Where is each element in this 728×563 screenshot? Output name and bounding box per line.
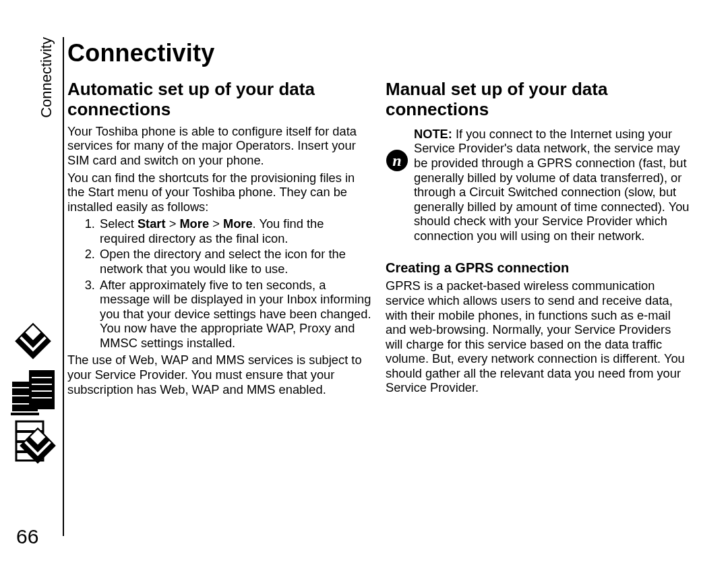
step-1: Select Start > More > More. You find the… bbox=[98, 216, 372, 245]
para-auto-1: Your Toshiba phone is able to configure … bbox=[67, 124, 372, 168]
page-number: 66 bbox=[16, 525, 38, 548]
heading-gprs: Creating a GPRS connection bbox=[386, 260, 690, 276]
para-gprs: GPRS is a packet-based wireless communic… bbox=[386, 278, 690, 395]
note-text: NOTE: If you connect to the Internet usi… bbox=[414, 127, 690, 243]
right-column: Manual set up of your data connections n… bbox=[386, 74, 690, 399]
content-columns: Automatic set up of your data connection… bbox=[67, 74, 690, 399]
heading-manual-setup: Manual set up of your data connections bbox=[386, 80, 690, 120]
svg-rect-9 bbox=[30, 371, 54, 409]
step-1-bold-more2: More bbox=[223, 216, 253, 231]
step-1-sep-1: > bbox=[166, 216, 180, 231]
para-auto-3: The use of Web, WAP and MMS services is … bbox=[67, 353, 372, 396]
step-3: After approximately five to ten seconds,… bbox=[98, 278, 372, 351]
steps-list: Select Start > More > More. You find the… bbox=[67, 216, 372, 350]
step-1-text-a: Select bbox=[100, 216, 138, 231]
note-block: n NOTE: If you connect to the Internet u… bbox=[386, 124, 690, 246]
note-icon: n bbox=[386, 150, 408, 171]
heading-auto-setup: Automatic set up of your data connection… bbox=[67, 80, 372, 120]
page-title: Connectivity bbox=[67, 39, 690, 67]
note-body: If you connect to the Internet using you… bbox=[414, 127, 690, 243]
side-section-label: Connectivity bbox=[38, 37, 55, 118]
note-label: NOTE: bbox=[414, 127, 452, 141]
step-1-bold-more1: More bbox=[179, 216, 209, 231]
decorative-artwork bbox=[9, 320, 57, 475]
step-1-bold-start: Start bbox=[138, 216, 166, 231]
step-1-sep-2: > bbox=[209, 216, 223, 231]
left-column: Automatic set up of your data connection… bbox=[67, 74, 372, 399]
step-2: Open the directory and select the icon f… bbox=[98, 247, 372, 276]
side-rule bbox=[63, 37, 64, 536]
para-auto-2: You can find the shortcuts for the provi… bbox=[67, 171, 372, 214]
note-icon-wrap: n bbox=[386, 124, 408, 171]
manual-page: Connectivity bbox=[0, 0, 728, 563]
